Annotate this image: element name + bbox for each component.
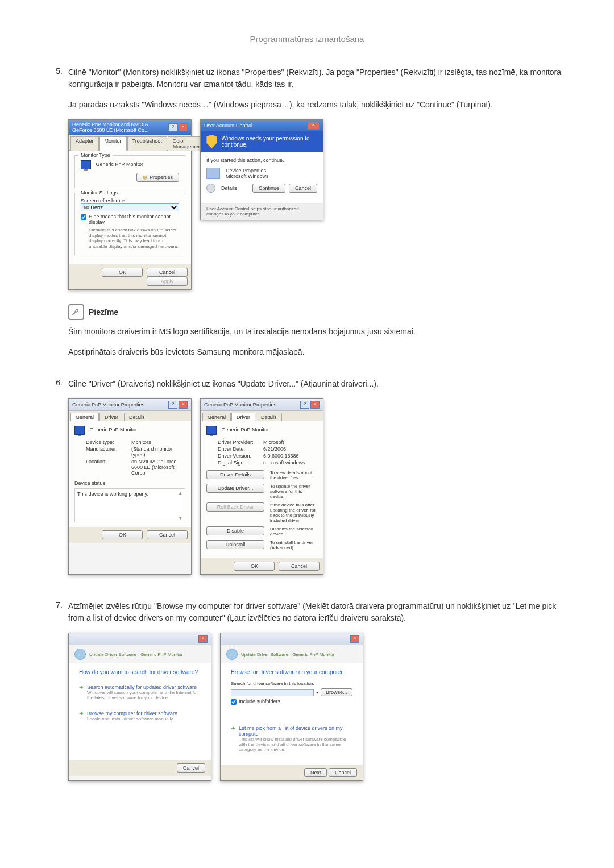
update-driver-wizard-search: × ← Update Driver Software - Generic PnP… bbox=[68, 633, 211, 781]
note-block: Piezīme bbox=[68, 304, 569, 320]
note-label: Piezīme bbox=[89, 308, 118, 317]
window-title: Generic PnP Monitor Properties bbox=[204, 402, 300, 408]
step-5: 5. Cilnē "Monitor" (Monitors) noklikšķin… bbox=[45, 67, 569, 367]
wizard-path: Update Driver Software - Generic PnP Mon… bbox=[89, 652, 182, 657]
continue-button[interactable]: Continue bbox=[252, 184, 285, 193]
tab-monitor[interactable]: Monitor bbox=[99, 136, 127, 151]
wizard-heading: How do you want to search for driver sof… bbox=[79, 669, 201, 675]
shield-icon bbox=[206, 135, 217, 148]
browse-button[interactable]: Browse... bbox=[321, 688, 352, 696]
tab-bar: General Driver Details bbox=[201, 411, 323, 421]
tab-general[interactable]: General bbox=[202, 413, 231, 421]
next-button[interactable]: Next bbox=[304, 768, 327, 777]
tab-bar: Adapter Monitor Troubleshoot Color Manag… bbox=[69, 135, 191, 151]
include-subfolders-checkbox[interactable] bbox=[231, 699, 237, 705]
uac-program-name: Device Properties bbox=[226, 168, 269, 173]
details-link[interactable]: Details bbox=[221, 185, 247, 191]
close-button[interactable]: × bbox=[307, 122, 320, 130]
close-button[interactable]: × bbox=[350, 635, 359, 643]
note-text: Šim monitora draiverim ir MS logo sertif… bbox=[68, 326, 569, 338]
uninstall-button[interactable]: Uninstall bbox=[206, 540, 264, 549]
search-location-label: Search for driver software in this locat… bbox=[231, 681, 352, 686]
uac-footer: User Account Control helps stop unauthor… bbox=[201, 203, 323, 220]
help-button[interactable]: ? bbox=[168, 123, 177, 131]
cancel-button[interactable]: Cancel bbox=[147, 530, 188, 539]
device-type-label: Device type: bbox=[86, 439, 131, 445]
group-monitor-type: Monitor Type bbox=[78, 152, 113, 158]
disable-desc: Disables the selected device. bbox=[270, 526, 317, 537]
refresh-rate-select[interactable]: 60 Hertz bbox=[81, 203, 179, 211]
tab-driver[interactable]: Driver bbox=[231, 413, 255, 421]
ok-button[interactable]: OK bbox=[102, 268, 143, 277]
update-driver-button[interactable]: Update Driver... bbox=[206, 484, 264, 493]
monitor-icon bbox=[74, 426, 85, 435]
driver-version-label: Driver Version: bbox=[218, 453, 263, 459]
manufacturer-value: (Standard monitor types) bbox=[131, 446, 185, 458]
refresh-rate-label: Screen refresh rate: bbox=[81, 198, 179, 203]
window-controls: × bbox=[198, 635, 208, 643]
group-monitor-settings: Monitor Settings bbox=[78, 190, 120, 196]
device-properties-general: Generic PnP Monitor Properties ? × Gener… bbox=[68, 398, 192, 575]
tab-troubleshoot[interactable]: Troubleshoot bbox=[127, 136, 167, 151]
driver-details-button[interactable]: Driver Details bbox=[206, 470, 264, 479]
close-button[interactable]: × bbox=[179, 401, 188, 409]
device-status-box: This device is working properly. ▴ ▾ bbox=[74, 488, 185, 522]
rollback-driver-button[interactable]: Roll Back Driver bbox=[206, 502, 264, 512]
back-button[interactable]: ← bbox=[226, 649, 238, 660]
window-controls: × bbox=[350, 635, 359, 643]
option-label: Browse my computer for driver software bbox=[87, 711, 198, 716]
rollback-driver-desc: If the device fails after updating the d… bbox=[270, 502, 317, 523]
cancel-button[interactable]: Cancel bbox=[289, 184, 317, 193]
back-button[interactable]: ← bbox=[74, 649, 86, 660]
location-value: on NVIDIA GeForce 6600 LE (Microsoft Cor… bbox=[131, 459, 185, 476]
note-icon bbox=[68, 304, 84, 320]
browse-computer-option[interactable]: Browse my computer for driver software L… bbox=[79, 707, 201, 725]
tab-driver[interactable]: Driver bbox=[99, 413, 123, 421]
step-text: Cilnē "Monitor" (Monitors) noklikšķiniet… bbox=[68, 67, 569, 90]
wizard-heading: Browse for driver software on your compu… bbox=[231, 669, 352, 675]
cancel-button[interactable]: Cancel bbox=[329, 768, 357, 777]
pick-from-list-option[interactable]: Let me pick from a list of device driver… bbox=[231, 722, 352, 755]
driver-details-desc: To view details about the driver files. bbox=[270, 470, 317, 480]
option-desc: Locate and install driver software manua… bbox=[87, 716, 198, 721]
cancel-button[interactable]: Cancel bbox=[279, 562, 320, 571]
update-driver-desc: To update the driver software for this d… bbox=[270, 484, 317, 499]
driver-provider-label: Driver Provider: bbox=[218, 439, 263, 445]
step-7: 7. Atzīmējiet izvēles rūtiņu "Browse my … bbox=[45, 600, 569, 795]
search-automatically-option[interactable]: Search automatically for updated driver … bbox=[79, 681, 201, 704]
device-name: Generic PnP Monitor bbox=[90, 427, 137, 433]
wizard-path: Update Driver Software - Generic PnP Mon… bbox=[241, 652, 334, 657]
properties-button[interactable]: ⛨ Properties bbox=[136, 173, 179, 182]
device-status-label: Device status bbox=[74, 480, 185, 486]
location-label: Location: bbox=[86, 459, 131, 476]
disable-button[interactable]: Disable bbox=[206, 526, 264, 535]
digital-signer-value: microsoft windows bbox=[263, 460, 305, 466]
cancel-button[interactable]: Cancel bbox=[177, 763, 205, 773]
uninstall-desc: To uninstall the driver (Advanced). bbox=[270, 540, 317, 550]
help-button[interactable]: ? bbox=[168, 401, 177, 409]
monitor-icon bbox=[81, 160, 91, 169]
tab-general[interactable]: General bbox=[70, 413, 99, 421]
step-6: 6. Cilnē "Driver" (Draiveris) noklikšķin… bbox=[45, 378, 569, 589]
close-button[interactable]: × bbox=[179, 123, 188, 131]
tab-details[interactable]: Details bbox=[124, 413, 150, 421]
scroll-down-icon[interactable]: ▾ bbox=[177, 515, 184, 521]
chevron-down-icon[interactable] bbox=[206, 184, 215, 193]
help-button[interactable]: ? bbox=[300, 401, 309, 409]
hide-modes-checkbox[interactable] bbox=[81, 214, 86, 220]
window-controls: × bbox=[307, 122, 320, 130]
tab-details[interactable]: Details bbox=[256, 413, 282, 421]
ok-button[interactable]: OK bbox=[102, 530, 143, 539]
close-button[interactable]: × bbox=[310, 401, 320, 409]
titlebar: Generic PnP Monitor Properties ? × bbox=[69, 399, 191, 411]
apply-button[interactable]: Apply bbox=[147, 277, 188, 286]
step-number: 5. bbox=[45, 67, 68, 367]
ok-button[interactable]: OK bbox=[234, 562, 275, 571]
search-path-input[interactable] bbox=[231, 689, 314, 696]
cancel-button[interactable]: Cancel bbox=[147, 268, 188, 277]
scroll-up-icon[interactable]: ▴ bbox=[177, 490, 184, 496]
close-button[interactable]: × bbox=[198, 635, 208, 643]
uac-prompt-text: Windows needs your permission to contion… bbox=[222, 135, 317, 148]
tab-adapter[interactable]: Adapter bbox=[70, 136, 99, 151]
window-controls: ? × bbox=[168, 123, 188, 131]
